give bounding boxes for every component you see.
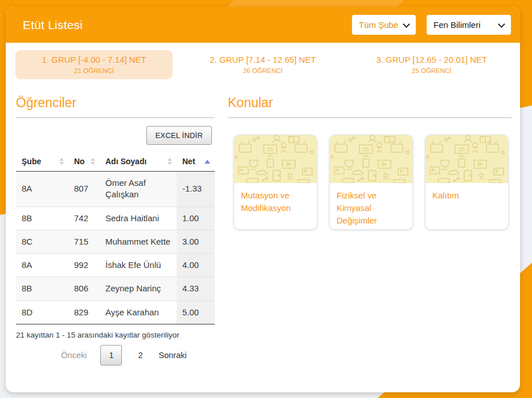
topic-card-kalitim[interactable]: Kalıtım xyxy=(425,135,509,230)
table-row[interactable]: 8A 992 İshak Efe Ünlü 4.00 xyxy=(16,254,215,277)
cell-net: 4.00 xyxy=(177,254,215,277)
cell-no: 742 xyxy=(68,206,100,230)
pagination-next-button[interactable]: Sonraki xyxy=(159,351,187,360)
pagination-page-1-button[interactable]: 1 xyxy=(100,345,122,365)
tab-label: 1. GRUP [-4.00 - 7.14] NET xyxy=(15,55,173,64)
topic-card-label: Kalıtım xyxy=(425,183,508,208)
column-label: Net xyxy=(182,157,195,166)
cell-net: 1.00 xyxy=(177,206,215,230)
branch-select[interactable]: Tüm Şubeler xyxy=(352,15,416,35)
tab-sublabel: 26 ÖĞRENCİ xyxy=(184,67,341,74)
cell-sube: 8A xyxy=(16,254,68,277)
topics-title: Konular xyxy=(228,95,511,111)
column-label: No xyxy=(74,157,85,166)
pagination: Önceki 1 2 Sonraki xyxy=(16,345,215,365)
cell-no: 829 xyxy=(68,300,100,324)
column-header-adi-soyadi[interactable]: Adı Soyadı xyxy=(100,152,177,172)
tab-label: 2. GRUP [7.14 - 12.65] NET xyxy=(184,55,341,64)
cell-name: Ayşe Karahan xyxy=(100,300,177,324)
sort-up-down-icon xyxy=(59,158,64,165)
table-row[interactable]: 8A 807 Ömer Asaf Çalışkan -1.33 xyxy=(16,172,215,207)
header-filters: Tüm Şubeler Fen Bilimleri xyxy=(352,15,511,35)
topics-divider xyxy=(228,117,511,118)
tab-label: 3. GRUP [12.65 - 20.01] NET xyxy=(353,55,510,64)
cell-name: Ömer Asaf Çalışkan xyxy=(100,172,177,207)
tab-group-2[interactable]: 2. GRUP [7.14 - 12.65] NET 26 ÖĞRENCİ xyxy=(184,50,341,79)
cell-sube: 8B xyxy=(16,206,68,230)
education-doodles-pattern-icon xyxy=(234,135,317,183)
cell-name: Muhammet Kette xyxy=(100,230,177,253)
cell-no: 806 xyxy=(68,277,100,300)
education-doodles-pattern-icon xyxy=(330,135,412,183)
topic-cards: Mutasyon ve Modifikasyon Fiziksel ve Kim… xyxy=(228,135,511,230)
sort-up-down-icon xyxy=(167,158,172,165)
subject-select[interactable]: Fen Bilimleri xyxy=(427,15,511,35)
students-divider xyxy=(16,117,215,118)
cell-no: 807 xyxy=(68,172,100,207)
education-doodles-pattern-icon xyxy=(425,135,508,183)
tab-group-1[interactable]: 1. GRUP [-4.00 - 7.14] NET 21 ÖĞRENCİ xyxy=(15,50,173,79)
table-row[interactable]: 8C 715 Muhammet Kette 3.00 xyxy=(16,230,215,253)
pagination-page-2-button[interactable]: 2 xyxy=(136,347,145,363)
cell-sube: 8D xyxy=(16,300,68,324)
cell-sube: 8A xyxy=(16,172,68,207)
cell-no: 992 xyxy=(68,254,100,277)
cell-net: 5.00 xyxy=(177,300,215,324)
excel-download-button[interactable]: EXCEL İNDİR xyxy=(146,126,212,145)
column-header-no[interactable]: No xyxy=(68,152,100,172)
cell-sube: 8C xyxy=(16,230,68,253)
topic-card-mutasyon[interactable]: Mutasyon ve Modifikasyon xyxy=(234,135,317,230)
column-header-net[interactable]: Net xyxy=(177,152,215,172)
column-header-sube[interactable]: Şube xyxy=(16,152,68,172)
topic-card-fiziksel-kimyasal[interactable]: Fiziksel ve Kimyasal Değişimler xyxy=(329,135,413,230)
card-header: Etüt Listesi Tüm Şubeler Fen Bilimleri xyxy=(6,7,520,43)
topic-card-image xyxy=(234,135,317,183)
cell-name: İshak Efe Ünlü xyxy=(100,254,177,277)
column-label: Şube xyxy=(22,157,41,166)
students-table: Şube No Adı Soyadı xyxy=(16,152,215,324)
table-row[interactable]: 8B 742 Sedra Haitlani 1.00 xyxy=(16,206,215,230)
cell-net: -1.33 xyxy=(177,172,215,207)
tab-sublabel: 21 ÖĞRENCİ xyxy=(15,67,173,74)
branch-filter: Tüm Şubeler xyxy=(352,15,416,35)
main-card: Etüt Listesi Tüm Şubeler Fen Bilimleri xyxy=(6,7,520,392)
topic-card-image xyxy=(425,135,508,183)
page-title: Etüt Listesi xyxy=(23,18,83,32)
column-label: Adı Soyadı xyxy=(105,157,146,166)
topic-card-image xyxy=(330,135,412,183)
topic-card-label: Mutasyon ve Modifikasyon xyxy=(234,183,317,221)
cell-name: Sedra Haitlani xyxy=(100,206,177,230)
sort-asc-icon xyxy=(204,160,210,164)
tab-sublabel: 25 ÖĞRENCİ xyxy=(353,67,510,74)
pagination-previous-button[interactable]: Önceki xyxy=(61,351,87,360)
subject-filter: Fen Bilimleri xyxy=(427,15,511,35)
table-info-text: 21 kayıttan 1 - 15 arasındaki kayıtlar g… xyxy=(16,331,215,339)
students-title: Öğrenciler xyxy=(16,95,215,111)
table-row[interactable]: 8B 806 Zeynep Narinç 4.33 xyxy=(16,277,215,300)
topic-card-label: Fiziksel ve Kimyasal Değişimler xyxy=(330,183,412,230)
table-row[interactable]: 8D 829 Ayşe Karahan 5.00 xyxy=(16,300,215,324)
cell-name: Zeynep Narinç xyxy=(100,277,177,300)
topics-section: Konular Mutasyon ve Modifikasyon Fizikse… xyxy=(228,95,511,365)
cell-net: 4.33 xyxy=(177,277,215,300)
cell-sube: 8B xyxy=(16,277,68,300)
sort-up-down-icon xyxy=(91,158,95,165)
group-tabs: 1. GRUP [-4.00 - 7.14] NET 21 ÖĞRENCİ 2.… xyxy=(10,50,516,79)
cell-no: 715 xyxy=(68,230,100,253)
students-section: Öğrenciler EXCEL İNDİR Şube xyxy=(16,95,215,365)
etut-listesi-page: Etüt Listesi Tüm Şubeler Fen Bilimleri xyxy=(0,0,532,398)
cell-net: 3.00 xyxy=(177,230,215,253)
tab-group-3[interactable]: 3. GRUP [12.65 - 20.01] NET 25 ÖĞRENCİ xyxy=(353,50,510,79)
